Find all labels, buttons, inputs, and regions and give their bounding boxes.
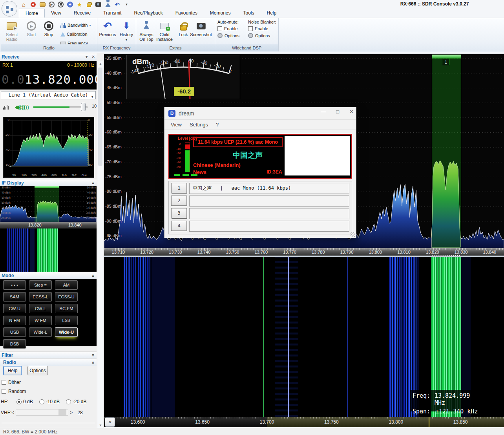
ribbon-tab[interactable]: View bbox=[45, 9, 68, 18]
radio-button-icon[interactable] bbox=[39, 399, 44, 404]
auto-mute-options[interactable]: Options bbox=[217, 33, 247, 38]
collapse-icon[interactable]: ▲ bbox=[91, 181, 95, 185]
radio-section-header[interactable]: Radio ▲ bbox=[0, 358, 97, 366]
always-on-top-button[interactable]: Always On Top bbox=[137, 20, 156, 42]
rx1-marker-badge[interactable]: 1 bbox=[442, 59, 450, 65]
close-icon[interactable]: ✕ bbox=[92, 55, 95, 59]
mode-button[interactable]: DSB bbox=[3, 339, 26, 349]
frequency-display[interactable]: 0.013.820.000 bbox=[0, 69, 97, 90]
dither-checkbox-row[interactable]: Dither bbox=[2, 380, 21, 385]
ribbon-tab[interactable]: Favourites bbox=[169, 9, 204, 18]
vhf-slider-track[interactable] bbox=[16, 409, 68, 416]
checkbox-icon[interactable] bbox=[2, 389, 6, 394]
identity-icon[interactable] bbox=[104, 1, 111, 8]
customize-toolbar-icon[interactable]: ▾ bbox=[123, 1, 130, 8]
select-radio-button[interactable]: Select Radio bbox=[2, 20, 21, 42]
child-instance-button[interactable]: + Child Instance bbox=[155, 20, 174, 42]
minimize-icon[interactable]: — bbox=[321, 109, 326, 115]
mode-button[interactable]: CW-L bbox=[29, 304, 52, 313]
help-icon[interactable] bbox=[30, 1, 37, 8]
collapse-icon[interactable]: ▲ bbox=[91, 360, 95, 364]
history-button[interactable]: ⬇ History ▾ bbox=[117, 20, 136, 42]
close-icon[interactable]: ✕ bbox=[349, 109, 354, 115]
dream-title-bar[interactable]: D dream — □ ✕ bbox=[164, 107, 356, 120]
checkbox-icon[interactable] bbox=[217, 26, 222, 31]
ribbon-tab[interactable]: Home bbox=[19, 9, 45, 18]
previous-button[interactable]: ↶ Previous bbox=[98, 20, 117, 37]
screenshot-icon[interactable] bbox=[95, 1, 102, 8]
mode-button[interactable]: N-FM bbox=[3, 316, 26, 325]
equalizer-icon[interactable] bbox=[3, 104, 9, 110]
random-checkbox-row[interactable]: Random bbox=[2, 389, 26, 394]
ribbon-tab[interactable]: Help bbox=[261, 9, 283, 18]
if-display-section-header[interactable]: IF Display ▲ bbox=[0, 179, 97, 186]
mode-button[interactable]: Wide-L bbox=[29, 327, 52, 337]
if-tuning-band[interactable] bbox=[35, 186, 59, 222]
undo-icon[interactable]: ↶ bbox=[114, 1, 121, 8]
service-select-button[interactable]: 2 bbox=[171, 196, 187, 206]
vhf-scroll-left[interactable]: < bbox=[11, 410, 14, 415]
noise-blanker-enable[interactable]: Enable bbox=[248, 26, 278, 31]
home-icon[interactable]: ⌂ bbox=[20, 1, 27, 8]
start-button[interactable]: ▶ Start bbox=[22, 20, 41, 37]
hf-radio-option[interactable]: -20 dB bbox=[66, 399, 86, 404]
help-button[interactable]: Help bbox=[3, 366, 22, 375]
mode-section-header[interactable]: Mode ▲ bbox=[0, 272, 97, 279]
record-icon[interactable] bbox=[57, 1, 64, 8]
resize-grip[interactable] bbox=[351, 232, 355, 237]
speaker-icon[interactable]: ◀))) bbox=[15, 104, 26, 111]
mode-button[interactable]: AM bbox=[55, 280, 78, 290]
if-frequency-scale[interactable]: 13.820 13.840 bbox=[0, 222, 97, 228]
dream-window[interactable]: D dream — □ ✕ ViewSettings? Level [dB] 0… bbox=[164, 107, 356, 238]
service-select-button[interactable]: 3 bbox=[171, 208, 187, 218]
mode-button[interactable]: SAM bbox=[3, 292, 26, 302]
mode-button[interactable]: USB bbox=[3, 327, 26, 337]
mode-button[interactable]: Wide-U bbox=[55, 327, 78, 337]
ribbon-tab[interactable]: Rec/Playback bbox=[128, 9, 169, 18]
checkbox-icon[interactable] bbox=[2, 380, 6, 385]
application-menu-button[interactable] bbox=[2, 1, 17, 16]
rx1-tuning-band-cap[interactable] bbox=[432, 55, 461, 58]
favourite-star-icon[interactable]: ★ bbox=[76, 1, 83, 8]
mode-button[interactable]: W-FM bbox=[29, 316, 52, 325]
mode-button[interactable]: ECSS-U bbox=[55, 292, 78, 302]
mode-button[interactable]: • • • bbox=[3, 280, 26, 290]
waterfall-frequency-scale[interactable]: 13.60013.65013.70013.75013.80013.850 « bbox=[104, 417, 504, 427]
mode-button[interactable]: Step ≡ bbox=[29, 280, 52, 290]
scroll-down-icon[interactable]: ▼ bbox=[99, 424, 102, 427]
scrollbar-thumb[interactable] bbox=[98, 68, 102, 166]
mode-button[interactable]: ECSS-L bbox=[29, 292, 52, 302]
receive-section-header[interactable]: Receive ▼✕ bbox=[0, 53, 97, 60]
hf-radio-option[interactable]: 0 dB bbox=[16, 399, 33, 404]
menu-item[interactable]: Settings bbox=[186, 121, 211, 128]
rx1-tuning-band[interactable] bbox=[432, 58, 461, 248]
mode-button[interactable]: LSB bbox=[55, 316, 78, 325]
mode-button[interactable]: BC-FM bbox=[55, 304, 78, 313]
filter-section-header[interactable]: Filter ▼ bbox=[0, 351, 97, 359]
screenshot-button[interactable]: Screenshot bbox=[189, 20, 213, 37]
radio-button-icon[interactable] bbox=[66, 399, 71, 404]
ribbon-tab[interactable]: Transmit bbox=[97, 9, 128, 18]
ribbon-tab[interactable]: Memories bbox=[204, 9, 237, 18]
audio-device-select[interactable]: Line 1 (Virtual Audio Cable) ▼ bbox=[1, 91, 96, 99]
maximize-icon[interactable]: □ bbox=[336, 109, 339, 115]
play-icon[interactable]: ▶ bbox=[49, 2, 55, 7]
scale-pan-button[interactable]: « bbox=[105, 417, 115, 427]
vhf-slider-thumb[interactable] bbox=[58, 409, 66, 415]
service-select-button[interactable]: 1 bbox=[171, 183, 187, 193]
if-tuning-band-cap[interactable] bbox=[35, 186, 59, 188]
calibration-button[interactable]: Calibration bbox=[60, 30, 97, 38]
lock-icon[interactable] bbox=[86, 1, 92, 8]
mode-button[interactable]: CW-U bbox=[3, 304, 26, 313]
hf-radio-option[interactable]: -10 dB bbox=[39, 399, 60, 404]
menu-item[interactable]: View bbox=[168, 121, 185, 128]
left-panel-scrollbar[interactable]: ▲ ▼ bbox=[97, 61, 103, 428]
collapse-icon[interactable]: ▼ bbox=[85, 55, 89, 59]
bandwidth-button[interactable]: Bandwidth ▾ bbox=[60, 21, 97, 29]
ribbon-tab[interactable]: Tools bbox=[237, 9, 261, 18]
volume-slider-handle[interactable] bbox=[81, 103, 86, 111]
scroll-up-icon[interactable]: ▲ bbox=[99, 62, 102, 66]
ribbon-tab[interactable]: Receive bbox=[68, 9, 97, 18]
options-button[interactable]: Options bbox=[27, 366, 48, 375]
stop-button[interactable]: Stop bbox=[39, 20, 58, 37]
